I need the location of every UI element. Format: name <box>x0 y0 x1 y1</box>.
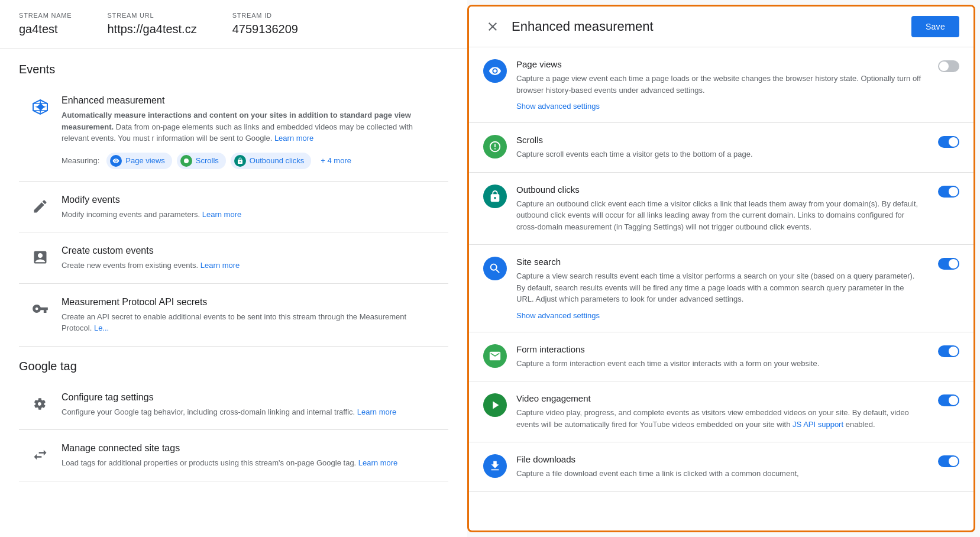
create-custom-events-content: Create custom events Create new events f… <box>62 245 439 271</box>
manage-connected-title: Manage connected site tags <box>62 443 439 454</box>
file-downloads-toggle-slider <box>938 455 959 467</box>
outbound-clicks-toggle[interactable] <box>938 186 959 198</box>
manage-connected-learn-more[interactable]: Learn more <box>358 458 397 467</box>
enhanced-measurement-panel: Enhanced measurement Save Page views Cap… <box>467 5 975 532</box>
outbound-clicks-pill-icon <box>234 155 246 167</box>
form-interactions-toggle-container <box>938 345 959 357</box>
measurement-protocol-learn-more[interactable]: Le... <box>94 324 109 332</box>
video-engagement-content: Video engagement Capture video play, pro… <box>516 393 921 430</box>
manage-connected-header: Manage connected site tags Load tags for… <box>28 443 439 469</box>
modify-events-icon <box>28 195 52 218</box>
measuring-label: Measuring: <box>62 156 99 165</box>
enhanced-measurement-desc: Automatically measure interactions and c… <box>62 109 439 144</box>
close-button[interactable] <box>483 17 502 36</box>
create-custom-events-card: Create custom events Create new events f… <box>19 234 448 284</box>
site-search-show-advanced[interactable]: Show advanced settings <box>516 311 600 320</box>
measurement-protocol-desc-text: Create an API secret to enable additiona… <box>62 312 406 333</box>
video-engagement-toggle-container <box>938 394 959 406</box>
create-custom-events-header: Create custom events Create new events f… <box>28 245 439 271</box>
outbound-clicks-pill-label: Outbound clicks <box>250 156 305 165</box>
stream-url-field: STREAM URL https://ga4test.cz <box>107 12 196 36</box>
measurement-protocol-desc: Create an API secret to enable additiona… <box>62 311 439 334</box>
form-interactions-toggle-slider <box>938 345 959 357</box>
page-views-show-advanced[interactable]: Show advanced settings <box>516 102 600 111</box>
configure-tag-desc-text: Configure your Google tag behavior, incl… <box>62 407 355 416</box>
form-interactions-title: Form interactions <box>516 344 921 354</box>
file-downloads-toggle[interactable] <box>938 455 959 467</box>
panel-body: Page views Capture a page view event eac… <box>469 47 973 530</box>
configure-tag-title: Configure tag settings <box>62 392 439 403</box>
measurement-protocol-content: Measurement Protocol API secrets Create … <box>62 297 439 334</box>
enhanced-measurement-learn-more[interactable]: Learn more <box>274 134 313 143</box>
site-search-item: Site search Capture a view search result… <box>469 245 973 332</box>
stream-name-value: ga4test <box>19 22 72 36</box>
outbound-clicks-pill[interactable]: Outbound clicks <box>231 153 312 169</box>
outbound-clicks-icon <box>483 185 507 208</box>
modify-events-learn-more[interactable]: Learn more <box>202 210 241 219</box>
site-search-toggle[interactable] <box>938 258 959 270</box>
modify-events-content: Modify events Modify incoming events and… <box>62 195 439 221</box>
scrolls-content: Scrolls Capture scroll events each time … <box>516 135 921 160</box>
save-button[interactable]: Save <box>911 16 959 37</box>
scrolls-pill-icon <box>180 155 192 167</box>
events-section-title: Events <box>0 48 467 83</box>
stream-name-field: STREAM NAME ga4test <box>19 12 72 36</box>
outbound-clicks-content: Outbound clicks Capture an outbound clic… <box>516 185 921 233</box>
create-custom-events-desc: Create new events from existing events. … <box>62 260 439 271</box>
scrolls-pill[interactable]: Scrolls <box>177 153 226 169</box>
page-views-pill-icon <box>110 155 122 167</box>
stream-id-label: STREAM ID <box>232 12 298 19</box>
manage-connected-icon <box>28 443 52 467</box>
file-downloads-title: File downloads <box>516 454 921 464</box>
file-downloads-desc: Capture a file download event each time … <box>516 468 921 480</box>
stream-url-label: STREAM URL <box>107 12 196 19</box>
create-custom-events-learn-more[interactable]: Learn more <box>200 261 240 270</box>
scrolls-toggle-slider <box>938 136 959 148</box>
modify-events-title: Modify events <box>62 195 439 205</box>
site-search-toggle-container <box>938 258 959 270</box>
stream-id-value: 4759136209 <box>232 22 298 36</box>
form-interactions-content: Form interactions Capture a form interac… <box>516 344 921 370</box>
enhanced-measurement-header: ✦ Enhanced measurement Automatically mea… <box>28 95 439 169</box>
outbound-clicks-toggle-slider <box>938 186 959 198</box>
site-search-title: Site search <box>516 257 921 267</box>
panel-header-left: Enhanced measurement <box>483 17 654 36</box>
site-search-desc: Capture a view search results event each… <box>516 270 921 305</box>
outbound-clicks-toggle-container <box>938 186 959 198</box>
form-interactions-desc: Capture a form interaction event each ti… <box>516 358 921 370</box>
scrolls-toggle[interactable] <box>938 136 959 148</box>
file-downloads-toggle-container <box>938 455 959 467</box>
video-engagement-toggle-slider <box>938 394 959 406</box>
configure-tag-header: Configure tag settings Configure your Go… <box>28 392 439 418</box>
site-search-toggle-slider <box>938 258 959 270</box>
configure-tag-content: Configure tag settings Configure your Go… <box>62 392 439 418</box>
panel-header: Enhanced measurement Save <box>469 7 973 47</box>
enhanced-measurement-desc-text: Data from on-page elements such as links… <box>62 122 413 143</box>
enhanced-measurement-title: Enhanced measurement <box>62 95 439 106</box>
more-pill[interactable]: + 4 more <box>316 154 356 167</box>
page-views-toggle-container <box>938 60 959 72</box>
form-interactions-toggle[interactable] <box>938 345 959 357</box>
video-engagement-toggle[interactable] <box>938 394 959 406</box>
file-downloads-item: File downloads Capture a file download e… <box>469 442 973 492</box>
outbound-clicks-title: Outbound clicks <box>516 185 921 195</box>
measurement-protocol-icon <box>28 297 52 321</box>
stream-id-field: STREAM ID 4759136209 <box>232 12 298 36</box>
page-views-pill[interactable]: Page views <box>106 153 172 169</box>
enhanced-measurement-card: ✦ Enhanced measurement Automatically mea… <box>19 83 448 182</box>
scrolls-icon <box>483 135 507 158</box>
create-custom-events-title: Create custom events <box>62 245 439 256</box>
video-engagement-desc: Capture video play, progress, and comple… <box>516 407 921 430</box>
video-engagement-item: Video engagement Capture video play, pro… <box>469 381 973 442</box>
form-interactions-icon <box>483 344 507 368</box>
page-views-toggle[interactable] <box>938 60 959 72</box>
js-api-support-link[interactable]: JS API support <box>793 420 843 429</box>
modify-events-card: Modify events Modify incoming events and… <box>19 183 448 233</box>
panel-title: Enhanced measurement <box>512 19 654 34</box>
form-interactions-item: Form interactions Capture a form interac… <box>469 332 973 382</box>
measuring-row: Measuring: Page views Scrolls <box>62 153 439 169</box>
google-tag-section-title: Google tag <box>0 348 467 380</box>
configure-tag-desc: Configure your Google tag behavior, incl… <box>62 406 439 418</box>
modify-events-desc: Modify incoming events and parameters. L… <box>62 209 439 221</box>
configure-tag-learn-more[interactable]: Learn more <box>357 407 396 416</box>
